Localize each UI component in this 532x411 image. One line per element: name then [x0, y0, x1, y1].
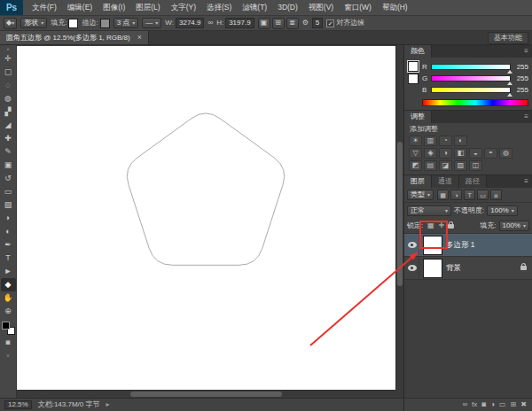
- menu-item[interactable]: 图层(L): [130, 0, 165, 15]
- channel-value[interactable]: 255: [513, 64, 528, 71]
- blend-mode-dropdown[interactable]: 正常 ▾: [407, 206, 451, 216]
- vertical-scroll-thumb[interactable]: [397, 142, 403, 286]
- invert-icon[interactable]: ◩: [409, 160, 422, 171]
- zoom-level-field[interactable]: 12.5%: [4, 400, 32, 409]
- blur-tool[interactable]: ◗: [1, 212, 16, 225]
- link-layers-icon[interactable]: ∞: [462, 401, 467, 408]
- channel-mixer-icon[interactable]: ◓: [484, 148, 497, 159]
- panel-menu-icon[interactable]: ≡: [520, 45, 532, 58]
- menu-item[interactable]: 选择(S): [201, 0, 237, 15]
- filter-pixel-layers-icon[interactable]: ▦: [437, 190, 449, 200]
- menu-item[interactable]: 文件(F): [27, 0, 62, 15]
- vibrance-icon[interactable]: ▽: [409, 148, 422, 159]
- lock-all-icon[interactable]: [447, 221, 457, 231]
- rectangular-marquee-tool[interactable]: ▢: [1, 66, 16, 79]
- menu-item[interactable]: 视图(V): [303, 0, 339, 15]
- screen-mode-button[interactable]: ▫: [1, 350, 16, 361]
- eyedropper-tool[interactable]: ◢: [1, 119, 16, 132]
- filter-shape-layers-icon[interactable]: ▭: [477, 190, 489, 200]
- layer-visibility-toggle[interactable]: [406, 234, 419, 256]
- tab-channels[interactable]: 通道: [432, 175, 459, 188]
- layer-mask-icon[interactable]: ◙: [481, 401, 486, 408]
- type-tool[interactable]: T: [1, 252, 16, 265]
- menu-item[interactable]: 帮助(H): [377, 0, 413, 15]
- panel-menu-icon[interactable]: ≡: [520, 111, 532, 123]
- link-dimensions-icon[interactable]: ∞: [207, 19, 213, 27]
- hand-tool[interactable]: ✋: [1, 291, 16, 305]
- path-alignment-button[interactable]: ⊞: [272, 18, 285, 29]
- panel-menu-icon[interactable]: ≡: [520, 175, 532, 188]
- channel-slider[interactable]: [431, 75, 511, 81]
- horizontal-scrollbar[interactable]: [17, 390, 395, 398]
- gradient-tool[interactable]: ▧: [1, 198, 16, 212]
- polygon-sides-field[interactable]: 5: [312, 18, 323, 28]
- tab-paths[interactable]: 路径: [459, 175, 487, 188]
- move-tool[interactable]: ✛: [1, 52, 16, 66]
- path-operations-button[interactable]: ▣: [258, 18, 270, 29]
- menu-item[interactable]: 滤镜(T): [237, 0, 272, 15]
- menu-item[interactable]: 编辑(E): [62, 0, 98, 15]
- filter-type-layers-icon[interactable]: T: [464, 190, 475, 200]
- posterize-icon[interactable]: ▤: [424, 160, 437, 171]
- menu-item[interactable]: 图像(I): [98, 0, 130, 15]
- color-panel-foreground-swatch[interactable]: [408, 61, 419, 72]
- clone-stamp-tool[interactable]: ▣: [1, 159, 16, 172]
- levels-icon[interactable]: ▥: [424, 136, 437, 146]
- stroke-style-dropdown[interactable]: — ▾: [142, 18, 161, 28]
- gradient-map-icon[interactable]: ▨: [454, 160, 467, 171]
- photo-filter-icon[interactable]: ◒: [469, 148, 482, 159]
- new-group-icon[interactable]: ▭: [499, 401, 506, 408]
- fill-opacity-dropdown[interactable]: 100% ▾: [499, 221, 529, 231]
- fill-color-swatch[interactable]: [68, 19, 78, 28]
- close-tab-icon[interactable]: ×: [137, 34, 142, 42]
- threshold-icon[interactable]: ◪: [439, 160, 452, 171]
- stroke-width-field[interactable]: 3 点 ▾: [113, 18, 139, 28]
- eraser-tool[interactable]: ▭: [1, 185, 16, 198]
- shape-height-field[interactable]: 3197.9: [225, 18, 254, 28]
- path-arrangement-button[interactable]: ≣: [286, 18, 299, 29]
- opacity-dropdown[interactable]: 100% ▾: [487, 206, 517, 216]
- lock-position-icon[interactable]: ✛: [436, 221, 446, 231]
- quick-selection-tool[interactable]: ◍: [1, 92, 16, 105]
- color-lookup-icon[interactable]: ◍: [499, 148, 512, 159]
- layer-thumbnail[interactable]: [423, 236, 442, 255]
- canvas[interactable]: [17, 46, 395, 390]
- draw-mode-dropdown[interactable]: 形状 ▾: [20, 18, 47, 28]
- stroke-color-swatch[interactable]: [100, 19, 110, 28]
- black-white-icon[interactable]: ◧: [454, 148, 467, 159]
- brightness-contrast-icon[interactable]: ☀: [409, 136, 422, 146]
- menu-item[interactable]: 3D(D): [272, 0, 303, 15]
- menu-item[interactable]: 文字(Y): [166, 0, 201, 15]
- lock-transparency-icon[interactable]: ▦: [426, 221, 435, 231]
- color-spectrum-ramp[interactable]: [422, 99, 528, 106]
- layer-filter-kind-dropdown[interactable]: 类型 ▾: [407, 190, 434, 200]
- filter-adjustment-layers-icon[interactable]: ◑: [450, 190, 462, 200]
- workspace-switcher-button[interactable]: 基本功能: [488, 32, 528, 44]
- vertical-scrollbar[interactable]: [395, 45, 403, 390]
- color-panel-background-swatch[interactable]: [408, 74, 419, 84]
- exposure-icon[interactable]: ◐: [454, 136, 467, 146]
- brush-tool[interactable]: ✎: [1, 145, 16, 159]
- channel-value[interactable]: 255: [513, 87, 528, 94]
- quick-mask-button[interactable]: ◙: [1, 337, 16, 348]
- channel-slider[interactable]: [431, 64, 511, 70]
- menu-item[interactable]: 窗口(W): [339, 0, 377, 15]
- history-brush-tool[interactable]: ↺: [1, 172, 16, 185]
- channel-slider-marker[interactable]: [507, 81, 512, 85]
- pen-tool[interactable]: ✒: [1, 238, 16, 252]
- gear-icon[interactable]: ⚙: [302, 19, 309, 27]
- document-tab[interactable]: 圆角五边形 @ 12.5%(多边形 1, RGB/8) ×: [0, 31, 149, 44]
- horizontal-scroll-thumb[interactable]: [130, 392, 282, 397]
- toolbar-collapse-icon[interactable]: »: [6, 46, 9, 51]
- tab-adjustments[interactable]: 调整: [404, 111, 432, 123]
- hue-saturation-icon[interactable]: ◈: [424, 148, 437, 159]
- align-edges-checkbox[interactable]: ✓: [326, 19, 334, 27]
- dodge-tool[interactable]: ◐: [1, 225, 16, 238]
- lasso-tool[interactable]: ◌: [1, 79, 16, 92]
- layer-thumbnail[interactable]: [423, 259, 442, 278]
- channel-value[interactable]: 255: [513, 75, 528, 82]
- crop-tool[interactable]: ▞: [1, 105, 16, 119]
- channel-slider[interactable]: [431, 87, 511, 93]
- tab-color[interactable]: 颜色: [404, 45, 432, 58]
- tab-layers[interactable]: 图层: [404, 175, 432, 188]
